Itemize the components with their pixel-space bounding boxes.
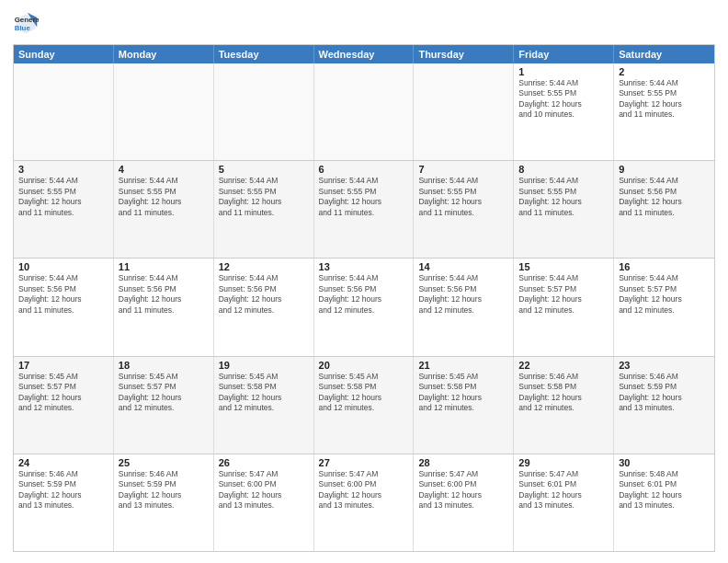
day-cell-6: 6Sunrise: 5:44 AMSunset: 5:55 PMDaylight… [314, 161, 415, 258]
day-info: Sunrise: 5:44 AMSunset: 5:55 PMDaylight:… [518, 176, 609, 218]
day-info: Sunrise: 5:44 AMSunset: 5:57 PMDaylight:… [619, 273, 710, 316]
day-number: 22 [518, 360, 609, 371]
logo: General Blue [13, 11, 42, 37]
day-number: 25 [119, 457, 209, 468]
day-info: Sunrise: 5:44 AMSunset: 5:55 PMDaylight:… [518, 78, 609, 121]
day-info: Sunrise: 5:45 AMSunset: 5:58 PMDaylight:… [319, 372, 409, 414]
day-cell-19: 19Sunrise: 5:45 AMSunset: 5:58 PMDayligh… [214, 357, 314, 454]
day-number: 11 [119, 261, 209, 272]
page: General Blue SundayMondayTuesdayWednesda… [0, 0, 728, 563]
day-cell-14: 14Sunrise: 5:44 AMSunset: 5:56 PMDayligh… [414, 259, 514, 355]
day-number: 23 [619, 360, 710, 371]
day-number: 24 [18, 457, 108, 468]
calendar-row-2: 10Sunrise: 5:44 AMSunset: 5:56 PMDayligh… [14, 258, 714, 355]
day-info: Sunrise: 5:45 AMSunset: 5:57 PMDaylight:… [119, 372, 209, 414]
empty-cell [414, 63, 514, 160]
day-cell-12: 12Sunrise: 5:44 AMSunset: 5:56 PMDayligh… [214, 259, 314, 355]
day-number: 5 [219, 164, 309, 175]
calendar-row-4: 24Sunrise: 5:46 AMSunset: 5:59 PMDayligh… [14, 454, 714, 551]
day-number: 29 [518, 457, 609, 468]
day-cell-29: 29Sunrise: 5:47 AMSunset: 6:01 PMDayligh… [514, 454, 614, 551]
empty-cell [14, 63, 114, 160]
calendar-row-0: 1Sunrise: 5:44 AMSunset: 5:55 PMDaylight… [14, 63, 714, 160]
calendar-body: 1Sunrise: 5:44 AMSunset: 5:55 PMDaylight… [14, 63, 714, 551]
day-cell-20: 20Sunrise: 5:45 AMSunset: 5:58 PMDayligh… [314, 357, 415, 454]
day-info: Sunrise: 5:48 AMSunset: 6:01 PMDaylight:… [619, 469, 710, 511]
day-cell-9: 9Sunrise: 5:44 AMSunset: 5:56 PMDaylight… [614, 161, 714, 258]
day-cell-13: 13Sunrise: 5:44 AMSunset: 5:56 PMDayligh… [314, 259, 415, 355]
day-info: Sunrise: 5:44 AMSunset: 5:55 PMDaylight:… [619, 78, 710, 121]
day-cell-23: 23Sunrise: 5:46 AMSunset: 5:59 PMDayligh… [614, 357, 714, 454]
calendar-row-1: 3Sunrise: 5:44 AMSunset: 5:55 PMDaylight… [14, 160, 714, 258]
day-number: 13 [319, 261, 409, 272]
day-number: 17 [18, 360, 108, 371]
logo-icon: General Blue [13, 11, 39, 37]
day-cell-3: 3Sunrise: 5:44 AMSunset: 5:55 PMDaylight… [14, 161, 114, 258]
day-info: Sunrise: 5:47 AMSunset: 6:00 PMDaylight:… [418, 469, 508, 511]
day-number: 7 [418, 164, 508, 175]
day-cell-16: 16Sunrise: 5:44 AMSunset: 5:57 PMDayligh… [614, 259, 714, 355]
day-info: Sunrise: 5:44 AMSunset: 5:55 PMDaylight:… [418, 176, 508, 218]
day-number: 1 [518, 66, 609, 77]
day-info: Sunrise: 5:44 AMSunset: 5:55 PMDaylight:… [119, 176, 209, 218]
day-number: 6 [319, 164, 409, 175]
day-number: 8 [518, 164, 609, 175]
svg-text:General: General [15, 16, 39, 24]
day-cell-10: 10Sunrise: 5:44 AMSunset: 5:56 PMDayligh… [14, 259, 114, 355]
day-number: 21 [418, 360, 508, 371]
day-info: Sunrise: 5:46 AMSunset: 5:59 PMDaylight:… [18, 469, 108, 511]
calendar: SundayMondayTuesdayWednesdayThursdayFrid… [13, 44, 715, 552]
day-info: Sunrise: 5:44 AMSunset: 5:55 PMDaylight:… [319, 176, 409, 218]
day-cell-25: 25Sunrise: 5:46 AMSunset: 5:59 PMDayligh… [114, 454, 214, 551]
day-cell-30: 30Sunrise: 5:48 AMSunset: 6:01 PMDayligh… [614, 454, 714, 551]
day-number: 20 [319, 360, 409, 371]
day-number: 19 [219, 360, 309, 371]
day-cell-4: 4Sunrise: 5:44 AMSunset: 5:55 PMDaylight… [114, 161, 214, 258]
day-info: Sunrise: 5:46 AMSunset: 5:58 PMDaylight:… [518, 372, 609, 414]
day-info: Sunrise: 5:45 AMSunset: 5:57 PMDaylight:… [18, 372, 108, 414]
day-number: 2 [619, 66, 710, 77]
day-info: Sunrise: 5:44 AMSunset: 5:56 PMDaylight:… [418, 273, 508, 316]
day-number: 10 [18, 261, 108, 272]
empty-cell [214, 63, 314, 160]
day-info: Sunrise: 5:44 AMSunset: 5:56 PMDaylight:… [119, 273, 209, 316]
day-number: 27 [319, 457, 409, 468]
day-info: Sunrise: 5:47 AMSunset: 6:01 PMDaylight:… [518, 469, 609, 511]
empty-cell [114, 63, 214, 160]
header-day-friday: Friday [514, 45, 614, 63]
day-number: 26 [219, 457, 309, 468]
day-cell-8: 8Sunrise: 5:44 AMSunset: 5:55 PMDaylight… [514, 161, 614, 258]
day-info: Sunrise: 5:44 AMSunset: 5:55 PMDaylight:… [219, 176, 309, 218]
day-info: Sunrise: 5:44 AMSunset: 5:57 PMDaylight:… [518, 273, 609, 316]
day-cell-18: 18Sunrise: 5:45 AMSunset: 5:57 PMDayligh… [114, 357, 214, 454]
day-cell-24: 24Sunrise: 5:46 AMSunset: 5:59 PMDayligh… [14, 454, 114, 551]
day-cell-27: 27Sunrise: 5:47 AMSunset: 6:00 PMDayligh… [314, 454, 415, 551]
header: General Blue [13, 11, 715, 37]
day-info: Sunrise: 5:47 AMSunset: 6:00 PMDaylight:… [319, 469, 409, 511]
day-cell-5: 5Sunrise: 5:44 AMSunset: 5:55 PMDaylight… [214, 161, 314, 258]
calendar-row-3: 17Sunrise: 5:45 AMSunset: 5:57 PMDayligh… [14, 356, 714, 454]
day-cell-26: 26Sunrise: 5:47 AMSunset: 6:00 PMDayligh… [214, 454, 314, 551]
day-info: Sunrise: 5:46 AMSunset: 5:59 PMDaylight:… [119, 469, 209, 511]
day-cell-17: 17Sunrise: 5:45 AMSunset: 5:57 PMDayligh… [14, 357, 114, 454]
day-number: 3 [18, 164, 108, 175]
day-number: 14 [418, 261, 508, 272]
day-number: 18 [119, 360, 209, 371]
day-number: 28 [418, 457, 508, 468]
calendar-header: SundayMondayTuesdayWednesdayThursdayFrid… [14, 45, 714, 63]
day-cell-2: 2Sunrise: 5:44 AMSunset: 5:55 PMDaylight… [614, 63, 714, 160]
svg-text:Blue: Blue [15, 24, 31, 32]
day-number: 30 [619, 457, 710, 468]
header-day-tuesday: Tuesday [214, 45, 314, 63]
header-day-thursday: Thursday [414, 45, 514, 63]
day-number: 12 [219, 261, 309, 272]
day-info: Sunrise: 5:44 AMSunset: 5:56 PMDaylight:… [219, 273, 309, 316]
day-cell-11: 11Sunrise: 5:44 AMSunset: 5:56 PMDayligh… [114, 259, 214, 355]
day-cell-7: 7Sunrise: 5:44 AMSunset: 5:55 PMDaylight… [414, 161, 514, 258]
empty-cell [314, 63, 415, 160]
day-number: 16 [619, 261, 710, 272]
day-cell-15: 15Sunrise: 5:44 AMSunset: 5:57 PMDayligh… [514, 259, 614, 355]
day-cell-21: 21Sunrise: 5:45 AMSunset: 5:58 PMDayligh… [414, 357, 514, 454]
day-info: Sunrise: 5:44 AMSunset: 5:55 PMDaylight:… [18, 176, 108, 218]
day-number: 9 [619, 164, 710, 175]
